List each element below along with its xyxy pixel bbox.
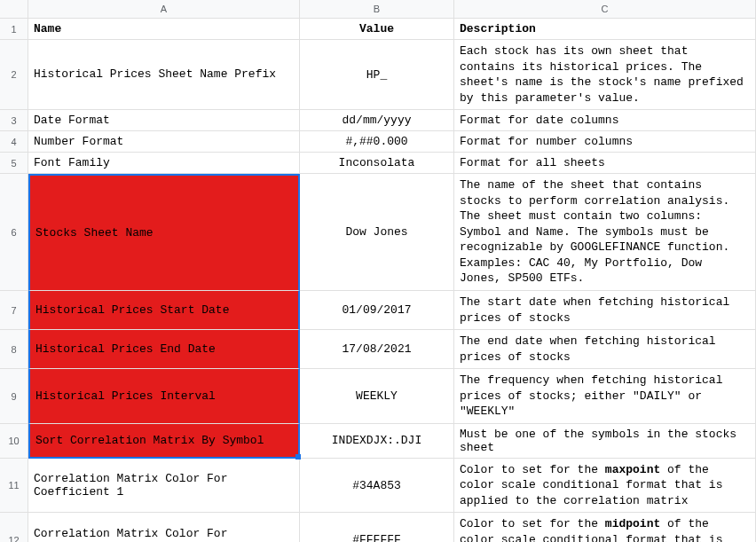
cell-selected[interactable]: Stocks Sheet Name [28,174,300,291]
cell[interactable]: Format for number columns [454,131,756,153]
cell[interactable]: WEEKLY [300,369,454,424]
row-header[interactable]: 11 [0,459,28,514]
cell[interactable]: 01/09/2017 [300,291,454,330]
cell[interactable]: #,##0.000 [300,131,454,153]
cell[interactable]: The start date when fetching historical … [454,291,756,330]
cell[interactable]: The frequency when fetching historical p… [454,369,756,424]
cell[interactable]: Each stock has its own sheet that contai… [454,40,756,110]
cell-name-header[interactable]: Name [28,19,300,40]
cell[interactable]: dd/mm/yyyy [300,110,454,131]
cell-description-header[interactable]: Description [454,19,756,40]
cell[interactable]: #FFFFFF [300,513,454,542]
col-header-c[interactable]: C [454,0,756,19]
cell[interactable]: Format for date columns [454,110,756,131]
cell-selected[interactable]: Sort Correlation Matrix By Symbol [28,424,300,459]
col-header-a[interactable]: A [28,0,300,19]
row-header[interactable]: 8 [0,330,28,369]
row-header[interactable]: 9 [0,369,28,424]
cell-text: Color to set for the maxpoint of the col… [460,462,750,509]
row-header[interactable]: 2 [0,40,28,110]
cell[interactable]: Must be one of the symbols in the stocks… [454,424,756,459]
cell[interactable]: Historical Prices Sheet Name Prefix [28,40,300,110]
cell[interactable]: INDEXDJX:.DJI [300,424,454,459]
cell-selected[interactable]: Historical Prices Start Date [28,291,300,330]
cell[interactable]: #34A853 [300,459,454,514]
cell[interactable]: Format for all sheets [454,153,756,174]
select-all-corner[interactable] [0,0,28,19]
cell-value-header[interactable]: Value [300,19,454,40]
cell[interactable]: Correlation Matrix Color For Coefficient… [28,459,300,514]
row-header[interactable]: 10 [0,424,28,459]
cell[interactable]: Date Format [28,110,300,131]
cell[interactable]: Color to set for the midpoint of the col… [454,513,756,542]
cell[interactable]: 17/08/2021 [300,330,454,369]
cell[interactable]: Number Format [28,131,300,153]
cell[interactable]: The name of the sheet that contains stoc… [454,174,756,291]
row-header[interactable]: 3 [0,110,28,131]
row-header[interactable]: 1 [0,19,28,40]
cell[interactable]: Inconsolata [300,153,454,174]
row-header[interactable]: 12 [0,513,28,542]
selection-handle[interactable] [295,454,301,460]
cell[interactable]: Color to set for the maxpoint of the col… [454,459,756,514]
row-header[interactable]: 6 [0,174,28,291]
cell-text: Color to set for the midpoint of the col… [460,516,750,542]
row-header[interactable]: 7 [0,291,28,330]
spreadsheet-grid[interactable]: A B C 1 Name Value Description 2 Histori… [0,0,756,542]
cell[interactable]: Dow Jones [300,174,454,291]
cell[interactable]: HP_ [300,40,454,110]
col-header-b[interactable]: B [300,0,454,19]
row-header[interactable]: 5 [0,153,28,174]
cell[interactable]: Correlation Matrix Color For Coefficient… [28,513,300,542]
cell-selected[interactable]: Historical Prices Interval [28,369,300,424]
cell-selected[interactable]: Historical Prices End Date [28,330,300,369]
cell-text: Sort Correlation Matrix By Symbol [35,434,264,447]
cell[interactable]: Font Family [28,153,300,174]
row-header[interactable]: 4 [0,131,28,153]
cell[interactable]: The end date when fetching historical pr… [454,330,756,369]
